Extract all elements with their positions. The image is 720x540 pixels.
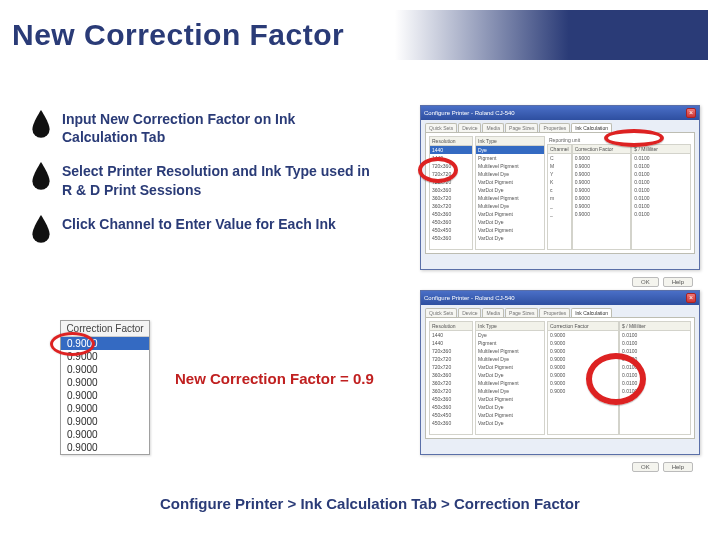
resolution-cell[interactable]: 360x360 [430, 371, 472, 379]
channel-cell[interactable]: C [548, 154, 571, 162]
inktype-cell[interactable]: Pigment [476, 339, 544, 347]
inktype-cell[interactable]: VarDot Pigment [476, 210, 544, 218]
inktype-cell[interactable]: VarDot Dye [476, 371, 544, 379]
inktype-cell[interactable]: Multilevel Pigment [476, 194, 544, 202]
cf-cell[interactable]: 0.9000 [573, 170, 631, 178]
tab-quicksets[interactable]: Quick Sets [425, 123, 457, 132]
tab-properties[interactable]: Properties [539, 308, 570, 317]
cf-cell[interactable]: 0.9000 [573, 162, 631, 170]
unit-cell[interactable]: 0.0100 [632, 154, 690, 162]
resolution-cell[interactable]: 450x360 [430, 419, 472, 427]
unit-cell[interactable]: 0.0100 [620, 347, 690, 355]
close-icon[interactable]: × [686, 293, 696, 303]
inktype-cell[interactable]: VarDot Pigment [476, 226, 544, 234]
help-button[interactable]: Help [663, 277, 693, 287]
inktype-cell[interactable]: VarDot Pigment [476, 411, 544, 419]
inktype-cell[interactable]: Dye [476, 331, 544, 339]
tab-quicksets[interactable]: Quick Sets [425, 308, 457, 317]
cf-cell[interactable]: 0.9000 [548, 339, 618, 347]
unit-cell[interactable]: 0.0100 [632, 202, 690, 210]
tab-pagesizes[interactable]: Page Sizes [505, 308, 538, 317]
inktype-cell[interactable]: VarDot Dye [476, 419, 544, 427]
resolution-cell[interactable]: 450x360 [430, 218, 472, 226]
channel-cell[interactable]: c [548, 186, 571, 194]
cf-cell[interactable]: 0.9000 [573, 186, 631, 194]
resolution-cell[interactable]: 1440 [430, 339, 472, 347]
inktype-cell[interactable]: Multilevel Pigment [476, 162, 544, 170]
channel-cell[interactable]: m [548, 194, 571, 202]
inktype-cell[interactable]: VarDot Pigment [476, 178, 544, 186]
help-button[interactable]: Help [663, 462, 693, 472]
resolution-cell[interactable]: 450x450 [430, 226, 472, 234]
resolution-cell[interactable]: 450x360 [430, 395, 472, 403]
inktype-cell[interactable]: VarDot Dye [476, 186, 544, 194]
page-title: New Correction Factor [12, 18, 344, 52]
unit-cell[interactable]: 0.0100 [632, 186, 690, 194]
unit-cell[interactable]: 0.0100 [632, 178, 690, 186]
tab-media[interactable]: Media [482, 123, 504, 132]
inktype-cell[interactable]: VarDot Pigment [476, 363, 544, 371]
close-icon[interactable]: × [686, 108, 696, 118]
resolution-cell[interactable]: 450x360 [430, 210, 472, 218]
resolution-cell[interactable]: 360x720 [430, 194, 472, 202]
resolution-cell[interactable]: 450x360 [430, 234, 472, 242]
tab-device[interactable]: Device [458, 308, 481, 317]
resolution-cell[interactable]: 1440 [430, 146, 472, 154]
inktype-cell[interactable]: Multilevel Dye [476, 202, 544, 210]
channel-cell[interactable]: M [548, 162, 571, 170]
inktype-cell[interactable]: Multilevel Dye [476, 387, 544, 395]
inktype-cell[interactable]: Multilevel Pigment [476, 379, 544, 387]
tab-ink-calculation[interactable]: Ink Calculation [571, 123, 612, 132]
inktype-cell[interactable]: Multilevel Dye [476, 170, 544, 178]
tab-properties[interactable]: Properties [539, 123, 570, 132]
tab-ink-calculation[interactable]: Ink Calculation [571, 308, 612, 317]
cf-row[interactable]: 0.9000 [61, 428, 149, 441]
resolution-cell[interactable]: 720x720 [430, 363, 472, 371]
cf-cell[interactable]: 0.9000 [573, 210, 631, 218]
cf-cell[interactable]: 0.9000 [573, 178, 631, 186]
resolution-cell[interactable]: 1440 [430, 331, 472, 339]
cf-row[interactable]: 0.9000 [61, 389, 149, 402]
unit-cell[interactable]: 0.0100 [632, 210, 690, 218]
tab-device[interactable]: Device [458, 123, 481, 132]
unit-cell[interactable]: 0.0100 [620, 331, 690, 339]
channel-cell[interactable]: Y [548, 170, 571, 178]
cf-cell[interactable]: 0.9000 [548, 331, 618, 339]
unit-cell[interactable]: 0.0100 [620, 339, 690, 347]
resolution-cell[interactable]: 720x720 [430, 355, 472, 363]
cf-cell[interactable]: 0.9000 [573, 202, 631, 210]
tab-media[interactable]: Media [482, 308, 504, 317]
ok-button[interactable]: OK [632, 277, 659, 287]
cf-row[interactable]: 0.9000 [61, 441, 149, 454]
resolution-cell[interactable]: 360x360 [430, 186, 472, 194]
cf-row[interactable]: 0.9000 [61, 376, 149, 389]
resolution-cell[interactable]: 450x360 [430, 403, 472, 411]
resolution-cell[interactable]: 360x720 [430, 202, 472, 210]
cf-row[interactable]: 0.9000 [61, 363, 149, 376]
bullet-item: Select Printer Resolution and Ink Type u… [30, 162, 370, 198]
inktype-cell[interactable]: Pigment [476, 154, 544, 162]
cf-row[interactable]: 0.9000 [61, 415, 149, 428]
channel-cell[interactable]: K [548, 178, 571, 186]
resolution-cell[interactable]: 360x720 [430, 379, 472, 387]
inktype-cell[interactable]: Multilevel Dye [476, 355, 544, 363]
inktype-cell[interactable]: VarDot Dye [476, 234, 544, 242]
cf-cell[interactable]: 0.9000 [573, 194, 631, 202]
inktype-cell[interactable]: VarDot Pigment [476, 395, 544, 403]
unit-cell[interactable]: 0.0100 [632, 170, 690, 178]
ok-button[interactable]: OK [632, 462, 659, 472]
unit-cell[interactable]: 0.0100 [632, 162, 690, 170]
cf-row[interactable]: 0.9000 [61, 402, 149, 415]
tab-pagesizes[interactable]: Page Sizes [505, 123, 538, 132]
resolution-cell[interactable]: 720x360 [430, 347, 472, 355]
unit-cell[interactable]: 0.0100 [632, 194, 690, 202]
inktype-cell[interactable]: Multilevel Pigment [476, 347, 544, 355]
resolution-cell[interactable]: 360x720 [430, 387, 472, 395]
channel-cell[interactable]: _ [548, 202, 571, 210]
cf-cell[interactable]: 0.9000 [573, 154, 631, 162]
inktype-cell[interactable]: VarDot Dye [476, 403, 544, 411]
inktype-cell[interactable]: Dye [476, 146, 544, 154]
resolution-cell[interactable]: 450x450 [430, 411, 472, 419]
inktype-cell[interactable]: VarDot Dye [476, 218, 544, 226]
channel-cell[interactable]: _ [548, 210, 571, 218]
